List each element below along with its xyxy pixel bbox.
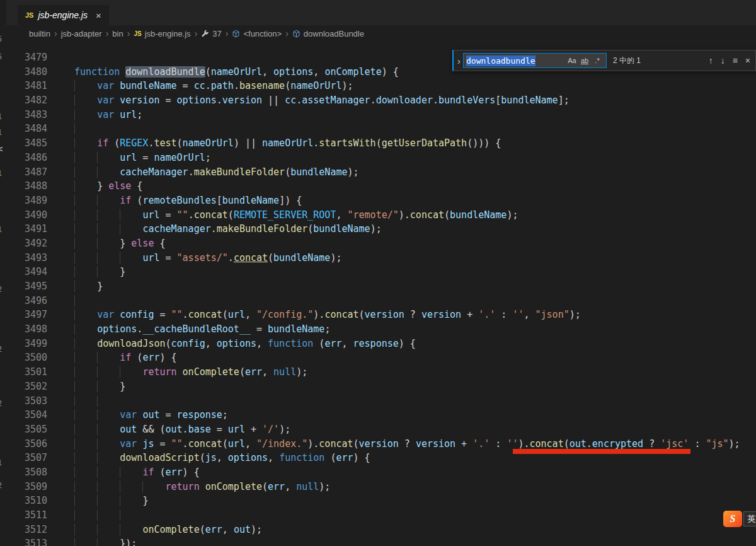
- find-previous-button[interactable]: ↑: [709, 55, 713, 66]
- code-line[interactable]: 3481 var bundleName = cc.path.basename(n…: [6, 79, 756, 93]
- breadcrumb-item[interactable]: 37: [201, 29, 221, 38]
- code-line[interactable]: 3490 url = "".concat(REMOTE_SERVER_ROOT,…: [6, 208, 756, 223]
- breadcrumb-item[interactable]: JSjsb-engine.js: [134, 29, 190, 38]
- code-line[interactable]: 3483 var url;: [6, 108, 756, 122]
- line-number[interactable]: 3493: [6, 251, 47, 265]
- find-close-button[interactable]: ×: [745, 55, 750, 66]
- code-line[interactable]: 3511: [6, 508, 756, 523]
- line-number[interactable]: 3489: [6, 194, 47, 208]
- breadcrumb-separator-icon: ›: [195, 28, 198, 38]
- line-number[interactable]: 3497: [6, 308, 47, 322]
- left-strip-mark: 2: [0, 399, 2, 408]
- breadcrumb: builtin›jsb-adapter›bin›JSjsb-engine.js›…: [6, 25, 756, 42]
- line-number[interactable]: 3503: [6, 394, 47, 409]
- breadcrumb-item[interactable]: downloadBundle: [292, 29, 364, 38]
- line-number[interactable]: 3492: [6, 236, 47, 251]
- code-text: var version = options.version || cc.asse…: [74, 93, 570, 108]
- code-text: } else {: [74, 236, 166, 251]
- line-number[interactable]: 3505: [6, 422, 47, 437]
- line-number[interactable]: 3510: [6, 494, 47, 508]
- regex-toggle[interactable]: .*: [591, 54, 604, 67]
- code-line[interactable]: 3493 url = "assets/".concat(bundleName);: [6, 251, 756, 265]
- code-line[interactable]: 3497 var config = "".concat(url, "/confi…: [6, 308, 756, 322]
- code-line[interactable]: 3504 var out = response;: [6, 408, 756, 422]
- line-number[interactable]: 3508: [6, 465, 47, 480]
- code-line[interactable]: 3495 }: [6, 279, 756, 294]
- line-number[interactable]: 3499: [6, 337, 47, 351]
- code-text: if (remoteBundles[bundleName]) {: [74, 194, 302, 208]
- code-line[interactable]: 3489 if (remoteBundles[bundleName]) {: [6, 194, 756, 208]
- line-number[interactable]: 3509: [6, 480, 47, 494]
- code-line[interactable]: 3499 downloadJson(config, options, funct…: [6, 337, 756, 351]
- code-line[interactable]: 3482 var version = options.version || cc…: [6, 93, 756, 108]
- line-number[interactable]: 3491: [6, 222, 47, 236]
- find-in-selection-button[interactable]: ≡: [733, 55, 738, 66]
- line-number[interactable]: 3488: [6, 179, 47, 194]
- code-line[interactable]: 3498 options.__cacheBundleRoot__ = bundl…: [6, 322, 756, 337]
- line-number[interactable]: 3502: [6, 380, 47, 394]
- code-line[interactable]: 3484: [6, 122, 756, 136]
- line-number[interactable]: 3485: [6, 136, 47, 151]
- code-line[interactable]: 3513 });: [6, 537, 756, 546]
- code-line[interactable]: 3492 } else {: [6, 236, 756, 251]
- code-line[interactable]: 3494 }: [6, 265, 756, 279]
- left-strip-mark: 1: [0, 169, 2, 178]
- line-number[interactable]: 3486: [6, 151, 47, 165]
- code-line[interactable]: 3488 } else {: [6, 179, 756, 194]
- error-underline: [513, 449, 690, 454]
- code-line[interactable]: 3508 if (err) {: [6, 465, 756, 480]
- whole-word-toggle[interactable]: ab: [578, 54, 591, 67]
- code-line[interactable]: 3502 }: [6, 380, 756, 394]
- line-number[interactable]: 3507: [6, 451, 47, 465]
- code-line[interactable]: 3496: [6, 294, 756, 308]
- code-line[interactable]: 3487 cacheManager.makeBundleFolder(bundl…: [6, 165, 756, 180]
- line-number[interactable]: 3495: [6, 279, 47, 294]
- match-case-toggle[interactable]: Aa: [566, 54, 578, 67]
- code-line[interactable]: 3501 return onComplete(err, null);: [6, 365, 756, 380]
- line-number[interactable]: 3512: [6, 523, 47, 537]
- line-number[interactable]: 3498: [6, 322, 47, 337]
- code-line[interactable]: 3486 url = nameOrUrl;: [6, 151, 756, 165]
- tab-close-icon[interactable]: ×: [96, 10, 101, 21]
- code-line[interactable]: 3485 if (REGEX.test(nameOrUrl) || nameOr…: [6, 136, 756, 151]
- code-line[interactable]: 3510 }: [6, 494, 756, 508]
- code-line[interactable]: 3512 onComplete(err, out);: [6, 523, 756, 537]
- breadcrumb-item[interactable]: <function>: [232, 29, 282, 38]
- line-number[interactable]: 3487: [6, 165, 47, 180]
- line-number[interactable]: 3484: [6, 122, 47, 136]
- line-number[interactable]: 3506: [6, 437, 47, 451]
- line-number[interactable]: 3496: [6, 294, 47, 308]
- code-line[interactable]: 3505 out && (out.base = url + '/');: [6, 422, 756, 437]
- breadcrumb-item[interactable]: bin: [112, 29, 123, 38]
- find-input[interactable]: downloadbundle Aa ab .*: [463, 53, 607, 68]
- toggle-replace-chevron-icon[interactable]: ›: [455, 55, 463, 66]
- line-number[interactable]: 3479: [6, 50, 47, 65]
- line-number[interactable]: 3494: [6, 265, 47, 279]
- code-line[interactable]: 3491 cacheManager.makeBundleFolder(bundl…: [6, 222, 756, 236]
- line-number[interactable]: 3480: [6, 65, 47, 79]
- line-number[interactable]: 3513: [6, 537, 47, 546]
- code-text: downloadScript(js, options, function (er…: [74, 451, 370, 465]
- find-next-button[interactable]: ↓: [721, 55, 725, 66]
- code-line[interactable]: 3500 if (err) {: [6, 351, 756, 365]
- tab-jsb-engine-js[interactable]: JS jsb-engine.js ×: [18, 5, 109, 25]
- line-number[interactable]: 3504: [6, 408, 47, 422]
- breadcrumb-item[interactable]: builtin: [29, 29, 50, 38]
- line-number[interactable]: 3501: [6, 365, 47, 380]
- line-number[interactable]: 3490: [6, 208, 47, 223]
- line-number[interactable]: 3482: [6, 93, 47, 108]
- find-query-text[interactable]: downloadbundle: [466, 55, 536, 66]
- wrench-icon: [201, 30, 209, 38]
- sogou-logo-icon[interactable]: S: [723, 511, 742, 527]
- line-number[interactable]: 3481: [6, 79, 47, 93]
- find-actions: ↑ ↓ ≡ ×: [709, 55, 752, 66]
- line-number[interactable]: 3483: [6, 108, 47, 122]
- ime-language-badge[interactable]: 英: [743, 511, 756, 526]
- left-strip-mark: 1: [0, 128, 2, 137]
- code-line[interactable]: 3509 return onComplete(err, null);: [6, 480, 756, 494]
- line-number[interactable]: 3511: [6, 508, 47, 523]
- line-number[interactable]: 3500: [6, 351, 47, 365]
- ime-indicator[interactable]: S 英: [723, 511, 756, 527]
- breadcrumb-item[interactable]: jsb-adapter: [61, 29, 102, 38]
- code-line[interactable]: 3503: [6, 394, 756, 409]
